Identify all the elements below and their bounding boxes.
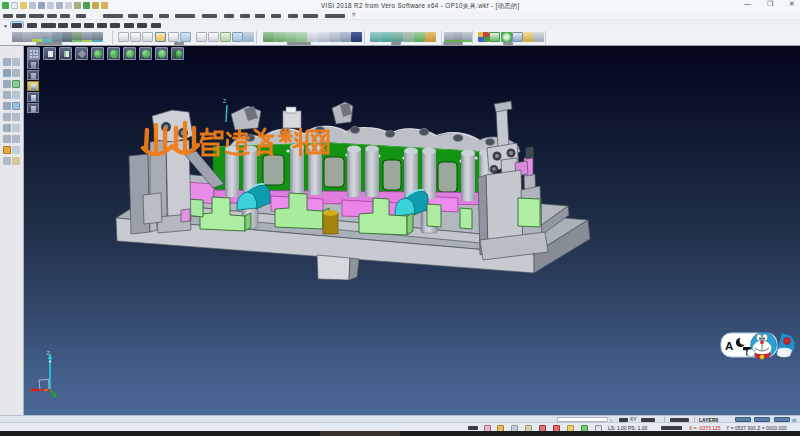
svg-text:A: A (725, 340, 733, 352)
svg-text:Z: Z (223, 98, 227, 104)
